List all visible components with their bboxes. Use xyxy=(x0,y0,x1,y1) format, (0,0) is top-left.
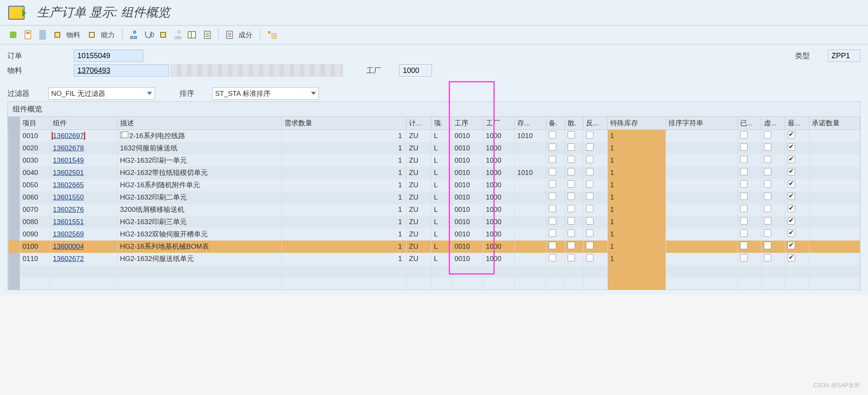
table-row[interactable]: 0110 13602672 HG2-1632伺服送纸单元 1 ZU L 0010… xyxy=(8,253,860,265)
cell-bk[interactable] xyxy=(546,142,565,154)
col-description[interactable]: 描述 xyxy=(117,117,282,130)
table-row[interactable]: 0070 13602576 3200纸屑横移输送机 1 ZU L 0010 10… xyxy=(8,204,860,216)
cell-yj[interactable] xyxy=(737,179,761,191)
table-row[interactable]: 0040 13602501 HG2-1632带拉纸辊模切单元 1 ZU L 00… xyxy=(8,167,860,179)
row-selector[interactable] xyxy=(8,253,20,265)
row-selector[interactable] xyxy=(8,154,20,167)
cell-zd[interactable] xyxy=(785,253,809,265)
calc-button[interactable] xyxy=(37,29,48,41)
table-row[interactable]: 0010 13602697 2-16系列电控线路 1 ZU L 0010 100… xyxy=(8,130,860,142)
cell-zd[interactable] xyxy=(785,130,809,142)
cell-bk[interactable] xyxy=(546,191,565,204)
cell-component[interactable]: 13602576 xyxy=(50,204,118,216)
col-plant[interactable]: 工厂 xyxy=(483,117,515,130)
cell-fj[interactable] xyxy=(584,191,607,204)
table-row[interactable]: 0060 13601550 HG2-1632印刷二单元 1 ZU L 0010 … xyxy=(8,191,860,204)
cell-bk[interactable] xyxy=(546,241,565,253)
cell-fj[interactable] xyxy=(584,253,607,265)
col-item[interactable]: 项目 xyxy=(20,117,50,130)
row-selector[interactable] xyxy=(8,167,20,179)
value-help-icon[interactable] xyxy=(120,132,127,138)
cell-zd[interactable] xyxy=(785,142,809,154)
cell-yj[interactable] xyxy=(737,228,761,241)
cell-zd[interactable] xyxy=(785,154,809,167)
cell-component[interactable]: 13600004 xyxy=(50,241,118,253)
schedule-button[interactable] xyxy=(22,29,34,41)
cell-component[interactable]: 13601549 xyxy=(50,154,118,167)
struct-button[interactable] xyxy=(266,29,277,41)
list-button[interactable] xyxy=(202,29,213,41)
cell-xn[interactable] xyxy=(761,179,785,191)
cell-bk[interactable] xyxy=(546,130,565,142)
col-component[interactable]: 组件 xyxy=(50,117,118,130)
cell-sd[interactable] xyxy=(565,154,584,167)
capacity-button[interactable] xyxy=(86,29,98,41)
col-zd[interactable]: 最... xyxy=(785,117,809,130)
cell-sd[interactable] xyxy=(565,191,584,204)
cell-fj[interactable] xyxy=(584,130,607,142)
cell-bk[interactable] xyxy=(546,204,565,216)
cell-sd[interactable] xyxy=(565,241,584,253)
cell-zd[interactable] xyxy=(785,241,809,253)
row-selector[interactable] xyxy=(8,228,20,241)
cell-zd[interactable] xyxy=(785,228,809,241)
table-row[interactable]: 0020 13602678 1632伺服前缘送纸 1 ZU L 0010 100… xyxy=(8,142,860,154)
col-yj[interactable]: 已... xyxy=(737,117,761,130)
sort-combo[interactable]: ST_STA 标准排序 xyxy=(212,87,319,100)
table-row[interactable]: 0030 13601549 HG2-1632印刷一单元 1 ZU L 0010 … xyxy=(8,154,860,167)
cell-xn[interactable] xyxy=(761,204,785,216)
cell-xn[interactable] xyxy=(761,241,785,253)
cell-component[interactable]: 13602665 xyxy=(50,179,118,191)
cell-xn[interactable] xyxy=(761,130,785,142)
cell-component[interactable]: 13602501 xyxy=(50,167,118,179)
cell-fj[interactable] xyxy=(584,179,607,191)
cell-sd[interactable] xyxy=(565,216,584,228)
col-fj[interactable]: 反... xyxy=(584,117,607,130)
material-field[interactable] xyxy=(74,64,169,77)
row-selector[interactable] xyxy=(8,204,20,216)
col-itemcat[interactable]: 项. xyxy=(431,117,452,130)
doc-button[interactable] xyxy=(224,29,235,41)
cell-sd[interactable] xyxy=(565,228,584,241)
col-unit[interactable]: 计... xyxy=(407,117,432,130)
cell-yj[interactable] xyxy=(737,130,761,142)
cell-fj[interactable] xyxy=(584,204,607,216)
cell-component[interactable]: 13601550 xyxy=(50,191,118,204)
col-qty[interactable]: 需求数量 xyxy=(282,117,407,130)
cell-yj[interactable] xyxy=(737,204,761,216)
col-xn[interactable]: 虚... xyxy=(761,117,785,130)
filter-combo[interactable]: NO_FIL 无过滤器 xyxy=(48,87,155,100)
cell-zd[interactable] xyxy=(785,216,809,228)
cell-bk[interactable] xyxy=(546,216,565,228)
table-row[interactable]: 0100 13600004 HG2-16系列地基机械BOM表 1 ZU L 00… xyxy=(8,241,860,253)
cell-yj[interactable] xyxy=(737,142,761,154)
cell-sd[interactable] xyxy=(565,130,584,142)
row-selector[interactable] xyxy=(8,241,20,253)
cell-yj[interactable] xyxy=(737,253,761,265)
col-sloc[interactable]: 存... xyxy=(515,117,546,130)
col-bk[interactable]: 备. xyxy=(546,117,565,130)
table-row[interactable]: 0080 13601551 HG2-1632印刷三单元 1 ZU L 0010 … xyxy=(8,216,860,228)
box-button[interactable] xyxy=(157,29,169,41)
order-field[interactable] xyxy=(74,50,143,62)
col-selector[interactable] xyxy=(8,117,20,130)
cell-fj[interactable] xyxy=(584,228,607,241)
flag-button[interactable] xyxy=(7,29,19,41)
cell-zd[interactable] xyxy=(785,191,809,204)
cell-yj[interactable] xyxy=(737,216,761,228)
material-button[interactable] xyxy=(52,29,63,41)
cell-yj[interactable] xyxy=(737,191,761,204)
cell-xn[interactable] xyxy=(761,142,785,154)
cell-fj[interactable] xyxy=(584,241,607,253)
cell-fj[interactable] xyxy=(584,142,607,154)
org-button[interactable] xyxy=(128,29,139,41)
row-selector[interactable] xyxy=(8,179,20,191)
cell-component[interactable]: 13602672 xyxy=(50,253,118,265)
table-row[interactable]: 0050 13602665 HG2-16系列随机附件单元 1 ZU L 0010… xyxy=(8,179,860,191)
col-sortstr[interactable]: 排序字符串 xyxy=(666,117,737,130)
cell-xn[interactable] xyxy=(761,253,785,265)
cell-bk[interactable] xyxy=(546,167,565,179)
cell-bk[interactable] xyxy=(546,179,565,191)
cell-xn[interactable] xyxy=(761,154,785,167)
cell-sd[interactable] xyxy=(565,167,584,179)
